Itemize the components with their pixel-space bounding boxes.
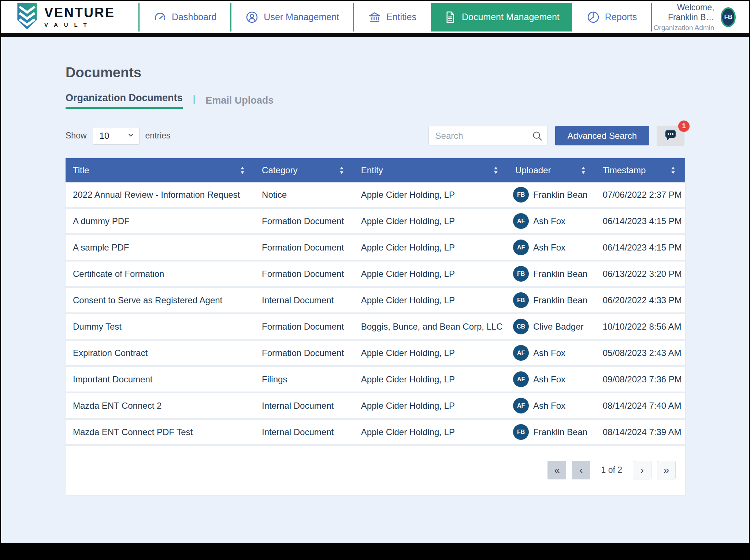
search-box: [428, 126, 548, 145]
last-page-button[interactable]: »: [657, 461, 676, 479]
table-row[interactable]: Certificate of Formation Formation Docum…: [66, 262, 685, 288]
cell-title: A dummy PDF: [66, 209, 255, 233]
cell-uploader: CB Clive Badger: [508, 314, 595, 339]
cell-category: Formation Document: [255, 235, 354, 260]
cell-entity: Apple Cider Holding, LP: [354, 393, 508, 418]
page-size-select[interactable]: 10: [93, 127, 140, 145]
cell-category: Formation Document: [255, 314, 354, 339]
column-header-title[interactable]: Title: [66, 158, 255, 182]
advanced-search-button[interactable]: Advanced Search: [555, 126, 649, 145]
pie-chart-icon: [587, 11, 600, 24]
venture-vault-logo[interactable]: VENTURE VAULT: [16, 3, 115, 32]
cell-entity: Apple Cider Holding, LP: [354, 420, 508, 444]
nav-item-dashboard[interactable]: Dashboard: [141, 1, 229, 33]
column-header-category[interactable]: Category: [255, 158, 354, 182]
cell-timestamp: 09/08/2023 7:36 PM: [595, 367, 685, 392]
search-input[interactable]: [428, 126, 548, 145]
uploader-avatar: FB: [513, 266, 529, 282]
cell-category: Internal Document: [255, 393, 354, 418]
entries-label: entries: [145, 131, 171, 141]
table-row[interactable]: A dummy PDF Formation Document Apple Cid…: [66, 209, 685, 235]
cell-entity: Apple Cider Holding, LP: [354, 209, 508, 233]
search-icon[interactable]: [532, 130, 543, 141]
nav-item-reports[interactable]: Reports: [574, 1, 650, 33]
nav-divider: [138, 3, 140, 31]
tab-organization-documents[interactable]: Organization Documents: [66, 92, 183, 109]
table-body: 2022 Annual Review - Information Request…: [66, 182, 685, 446]
main-content: Documents Organization Documents | Email…: [1, 65, 749, 495]
cell-timestamp: 06/13/2022 3:20 PM: [595, 262, 685, 286]
page-indicator: 1 of 2: [601, 465, 622, 475]
table-row[interactable]: Mazda ENT Connect PDF Test Internal Docu…: [66, 420, 685, 446]
table-row[interactable]: Expiration Contract Formation Document A…: [66, 341, 685, 367]
nav-item-document-management[interactable]: Document Management: [431, 3, 572, 31]
chat-button[interactable]: 1: [657, 126, 684, 146]
table-row[interactable]: Consent to Serve as Registered Agent Int…: [66, 288, 685, 314]
welcome-text: Welcome, Franklin B… Organization Admin: [653, 3, 714, 32]
sort-icon: [671, 166, 676, 174]
gauge-icon: [153, 11, 167, 24]
app-window: VENTURE VAULT Dashboard User Management …: [1, 1, 749, 543]
avatar[interactable]: FB: [721, 7, 736, 27]
column-header-timestamp[interactable]: Timestamp: [595, 158, 685, 182]
sort-icon: [240, 166, 245, 174]
table-controls: Show 10 entries: [66, 126, 684, 146]
sort-icon: [581, 166, 586, 174]
table-row[interactable]: Mazda ENT Connect 2 Internal Document Ap…: [66, 393, 685, 420]
cell-timestamp: 06/20/2022 4:33 PM: [595, 288, 685, 312]
user-role-label: Organization Admin: [653, 24, 714, 32]
nav-divider: [230, 3, 231, 31]
cell-category: Notice: [255, 182, 354, 207]
nav-item-user-management[interactable]: User Management: [233, 1, 352, 33]
tab-email-uploads[interactable]: Email Uploads: [205, 95, 274, 106]
first-page-button[interactable]: «: [547, 461, 566, 479]
cell-timestamp: 07/06/2022 2:37 PM: [595, 182, 685, 207]
table-row[interactable]: Dummy Test Formation Document Boggis, Bu…: [66, 314, 685, 341]
cell-uploader: FB Franklin Bean: [508, 420, 595, 444]
cell-timestamp: 06/14/2023 4:15 PM: [595, 235, 685, 260]
table-row[interactable]: A sample PDF Formation Document Apple Ci…: [66, 235, 685, 262]
cell-category: Formation Document: [255, 209, 354, 233]
main-nav: Dashboard User Management Entities Docum…: [137, 1, 653, 33]
cell-uploader: AF Ash Fox: [508, 393, 595, 418]
nav-divider: [353, 3, 354, 31]
cell-title: 2022 Annual Review - Information Request: [66, 182, 255, 207]
previous-page-button[interactable]: ‹: [572, 461, 590, 479]
documents-table-card: Title Category Entity Uploader Timestamp…: [66, 158, 685, 495]
cell-timestamp: 06/14/2023 4:15 PM: [595, 209, 685, 233]
page-size-control: Show 10 entries: [66, 127, 171, 145]
cell-category: Formation Document: [255, 341, 354, 365]
cell-timestamp: 08/14/2024 7:39 AM: [595, 420, 685, 444]
next-page-button[interactable]: ›: [633, 461, 651, 479]
cell-title: Mazda ENT Connect 2: [66, 393, 255, 418]
cell-category: Formation Document: [255, 262, 354, 286]
table-row[interactable]: Important Document Filings Apple Cider H…: [66, 367, 685, 393]
cell-uploader: FB Franklin Bean: [508, 288, 595, 312]
bank-icon: [368, 11, 381, 24]
uploader-avatar: FB: [513, 424, 529, 440]
pagination: « ‹ 1 of 2 › »: [66, 461, 676, 479]
chevron-down-icon: [127, 131, 134, 141]
nav-divider: [651, 3, 652, 31]
cell-entity: Boggis, Bunce, and Bean Corp, LLC: [354, 314, 508, 339]
table-row[interactable]: 2022 Annual Review - Information Request…: [66, 182, 685, 209]
document-icon: [443, 11, 457, 24]
show-label: Show: [66, 131, 87, 141]
uploader-avatar: CB: [513, 319, 529, 334]
nav-item-entities[interactable]: Entities: [356, 1, 429, 33]
uploader-avatar: AF: [513, 398, 529, 413]
notification-badge: 1: [678, 120, 690, 132]
cell-uploader: AF Ash Fox: [508, 341, 595, 365]
page-size-value: 10: [100, 131, 109, 141]
column-header-entity[interactable]: Entity: [354, 158, 508, 182]
shield-chevron-logo-icon: [16, 3, 38, 32]
uploader-avatar: AF: [513, 213, 529, 229]
cell-title: Dummy Test: [66, 314, 255, 339]
top-navigation-bar: VENTURE VAULT Dashboard User Management …: [1, 1, 749, 37]
table-header-row: Title Category Entity Uploader Timestamp: [66, 158, 685, 182]
cell-title: Mazda ENT Connect PDF Test: [66, 420, 255, 444]
column-header-uploader[interactable]: Uploader: [508, 158, 595, 182]
sort-icon: [339, 166, 344, 174]
cell-entity: Apple Cider Holding, LP: [354, 341, 508, 365]
logo-word-venture: VENTURE: [44, 6, 115, 19]
